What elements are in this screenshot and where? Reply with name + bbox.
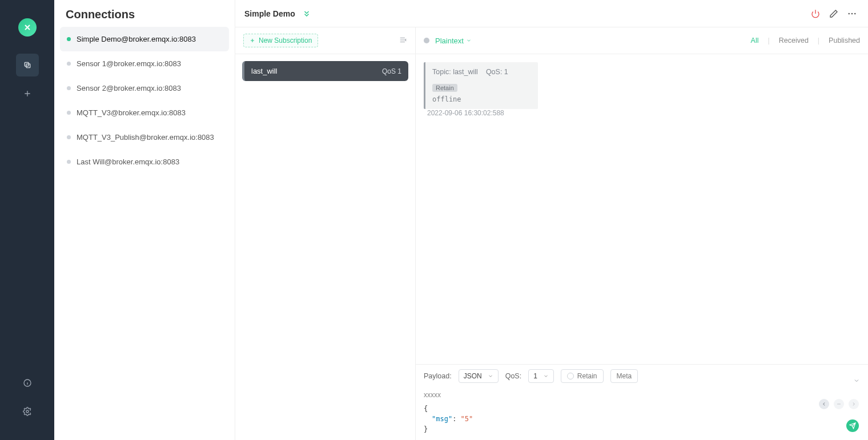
new-subscription-button[interactable]: New Subscription (243, 34, 318, 47)
retain-radio-icon (567, 373, 574, 380)
message-card: Topic: last_willQoS: 1Retainoffline (424, 62, 538, 109)
payload-format-value: JSON (464, 372, 482, 380)
retain-toggle[interactable]: Retain (561, 369, 604, 383)
svg-point-3 (26, 410, 29, 413)
meta-label: Meta (617, 372, 632, 380)
disconnect-icon[interactable] (809, 7, 822, 21)
connection-title: Simple Demo (244, 9, 295, 18)
history-forward-icon[interactable] (849, 399, 859, 409)
send-button[interactable] (846, 419, 859, 432)
subscriptions-panel: New Subscription last_willQoS 1 (235, 27, 416, 440)
qos-dropdown[interactable]: 1 (528, 369, 554, 383)
topbar: Simple Demo (235, 0, 868, 27)
subscription-item[interactable]: last_willQoS 1 (242, 61, 408, 81)
message-body: offline (432, 95, 531, 103)
publish-topic-input[interactable]: xxxxx (424, 391, 441, 399)
meta-button[interactable]: Meta (610, 369, 638, 383)
connection-list: Simple Demo@broker.emqx.io:8083Sensor 1@… (54, 27, 235, 174)
message-topic: Topic: last_will (432, 68, 478, 76)
edit-icon[interactable] (827, 7, 841, 21)
message-filter-tabs: All | Received | Published (751, 37, 860, 45)
app-logo (18, 18, 37, 37)
connection-item[interactable]: MQTT_V3@broker.emqx.io:8083 (60, 100, 229, 125)
info-icon[interactable] (16, 372, 39, 394)
history-back-icon[interactable] (819, 399, 829, 409)
json-colon: : (452, 415, 460, 423)
topic-chevron-icon[interactable] (853, 377, 860, 386)
connection-item-label: Sensor 2@broker.emqx.io:8083 (77, 84, 181, 92)
payload-label: Payload: (424, 372, 452, 380)
message-list: Topic: last_willQoS: 1Retainoffline2022-… (416, 54, 868, 364)
new-nav-icon[interactable] (16, 82, 39, 105)
connection-item-label: Simple Demo@broker.emqx.io:8083 (77, 35, 196, 43)
json-value: "5" (461, 415, 473, 423)
subscription-qos: QoS 1 (382, 67, 401, 75)
payload-format-label: Plaintext (435, 37, 464, 45)
connection-item[interactable]: MQTT_V3_Publish@broker.emqx.io:8083 (60, 125, 229, 150)
filter-received[interactable]: Received (779, 37, 809, 45)
filter-all[interactable]: All (751, 37, 759, 45)
message-status-dot (424, 38, 429, 43)
status-dot (67, 111, 71, 115)
subscription-topic: last_will (251, 67, 278, 75)
connection-item[interactable]: Simple Demo@broker.emqx.io:8083 (60, 27, 229, 51)
svg-point-5 (851, 13, 853, 14)
connection-item[interactable]: Last Will@broker.emqx.io:8083 (60, 150, 229, 174)
publisher: Payload: JSON QoS: 1 Retain (416, 364, 868, 440)
history-indicator-icon (834, 399, 844, 409)
status-dot (67, 37, 71, 41)
connections-sidebar: Connections Simple Demo@broker.emqx.io:8… (54, 0, 235, 440)
messages-panel: Plaintext All | Received | Published Top… (416, 27, 868, 440)
connection-item[interactable]: Sensor 1@broker.emqx.io:8083 (60, 51, 229, 76)
connection-item-label: MQTT_V3@broker.emqx.io:8083 (77, 108, 186, 117)
message-qos: QoS: 1 (486, 68, 508, 76)
payload-format-dropdown[interactable]: JSON (459, 369, 499, 383)
json-close-brace: } (424, 425, 428, 433)
qos-label: QoS: (505, 372, 522, 380)
expand-down-icon[interactable] (300, 7, 314, 21)
sidebar-title: Connections (54, 0, 235, 27)
filter-published[interactable]: Published (829, 37, 860, 45)
status-dot (67, 160, 71, 164)
retain-badge: Retain (432, 84, 457, 92)
connections-nav-icon[interactable] (16, 54, 39, 76)
connection-item-label: MQTT_V3_Publish@broker.emqx.io:8083 (77, 133, 214, 142)
main-panel: Simple Demo New Subscription (235, 0, 868, 440)
svg-point-6 (854, 13, 856, 14)
qos-value: 1 (533, 372, 537, 380)
publish-body-editor[interactable]: { "msg": "5" } (416, 401, 868, 440)
retain-label: Retain (577, 372, 597, 380)
message-timestamp: 2022-09-06 16:30:02:588 (424, 109, 860, 117)
connection-item-label: Last Will@broker.emqx.io:8083 (77, 158, 179, 166)
settings-icon[interactable] (16, 400, 39, 423)
json-open-brace: { (424, 405, 428, 413)
connection-item[interactable]: Sensor 2@broker.emqx.io:8083 (60, 76, 229, 100)
more-icon[interactable] (845, 7, 859, 21)
status-dot (67, 135, 71, 139)
nav-rail (0, 0, 54, 440)
new-subscription-label: New Subscription (259, 37, 312, 45)
subscription-list: last_willQoS 1 (235, 54, 415, 88)
status-dot (67, 86, 71, 90)
json-key: "msg" (432, 415, 452, 423)
svg-point-4 (848, 13, 850, 14)
payload-format-select[interactable]: Plaintext (435, 37, 472, 45)
connection-item-label: Sensor 1@broker.emqx.io:8083 (77, 59, 181, 68)
status-dot (67, 62, 71, 66)
collapse-subs-icon[interactable] (399, 36, 407, 46)
